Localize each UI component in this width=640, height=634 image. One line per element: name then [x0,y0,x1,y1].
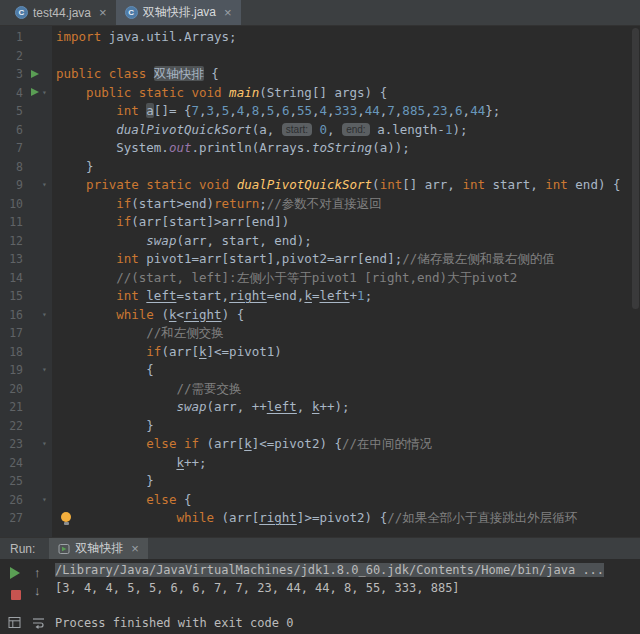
editor-gutter[interactable]: 1234▾56789▾10111213141516▾171819▾2021222… [0,26,52,537]
code-line[interactable]: //(start, left]:左侧小于等于pivot1 [right,end)… [56,269,640,288]
code-line[interactable]: if(arr[k]<=pivot1) [56,343,640,362]
editor-scrollbar[interactable] [631,26,640,537]
code-area[interactable]: import java.util.Arrays;public class 双轴快… [52,26,640,537]
code-token: 44 [365,103,380,118]
code-line[interactable]: System.out.println(Arrays.toString(a)); [56,139,640,158]
intention-bulb-icon[interactable] [61,512,71,522]
restore-layout-icon[interactable] [8,616,21,629]
gutter-row[interactable]: 7 [0,139,52,158]
gutter-row[interactable]: 12 [0,232,52,251]
code-line[interactable]: public static void main(String[] args) { [56,84,640,103]
gutter-row[interactable]: 8 [0,158,52,177]
code-line[interactable]: } [56,158,640,177]
fold-icon[interactable]: ▾ [42,84,47,103]
stop-button[interactable] [11,590,21,600]
code-token: ]<=pivot2) { [252,436,342,451]
code-line[interactable]: } [56,417,640,436]
line-number: 3 [0,65,23,84]
console-line: Process finished with exit code 0 [55,615,638,633]
code-line[interactable]: while (arr[right]>=pivot2) {//如果全部小于直接跳出… [56,509,640,528]
tab-close-icon[interactable]: × [224,6,232,19]
editor-tab[interactable]: Ctest44.java× [6,0,116,25]
code-line[interactable]: //和左侧交换 [56,324,640,343]
code-token [146,66,154,81]
gutter-row[interactable]: 14 [0,269,52,288]
code-token: 44 [470,103,485,118]
gutter-row[interactable]: 13 [0,250,52,269]
gutter-row[interactable]: 2 [0,47,52,66]
code-line[interactable]: } [56,472,640,491]
code-line[interactable]: while (k<right) { [56,306,640,325]
code-comment: //和左侧交换 [146,325,224,340]
code-line[interactable]: k++; [56,454,640,473]
gutter-row[interactable]: 27 [0,509,52,528]
scrollbar-thumb[interactable] [632,28,639,309]
gutter-row[interactable]: 4▾ [0,84,52,103]
code-token: (arr, start, end); [176,233,311,248]
line-number: 21 [0,398,23,417]
gutter-row[interactable]: 9▾ [0,176,52,195]
next-occurrence-icon[interactable]: ↓ [34,584,41,597]
run-gutter-icon[interactable] [31,70,39,78]
code-line[interactable]: swap(arr, ++left, k++); [56,398,640,417]
soft-wrap-icon[interactable] [32,616,45,629]
gutter-row[interactable]: 24 [0,454,52,473]
gutter-row[interactable]: 19▾ [0,361,52,380]
code-line[interactable]: else { [56,491,640,510]
fold-icon[interactable]: ▾ [42,176,47,195]
run-console-tab[interactable]: 双轴快排 × [49,538,148,559]
gutter-row[interactable]: 15 [0,287,52,306]
code-line[interactable]: dualPivotQuickSort(a, start: 0, end: a.l… [56,121,640,140]
gutter-row[interactable]: 23▾ [0,435,52,454]
code-line[interactable]: int a[]= {7,3,5,4,8,5,6,55,4,333,44,7,88… [56,102,640,121]
gutter-row[interactable]: 1 [0,28,52,47]
code-line[interactable]: //需要交换 [56,380,640,399]
run-tab-close-icon[interactable]: × [131,542,139,555]
console-output[interactable]: /Library/Java/JavaVirtualMachines/jdk1.8… [55,562,638,632]
gutter-row[interactable]: 3 [0,65,52,84]
gutter-row[interactable]: 20 [0,380,52,399]
gutter-row[interactable]: 26▾ [0,491,52,510]
code-line[interactable]: else if (arr[k]<=pivot2) {//在中间的情况 [56,435,640,454]
gutter-row[interactable]: 10 [0,195,52,214]
editor-tab[interactable]: C双轴快排.java× [116,0,241,25]
code-token: int [545,177,568,192]
rerun-button[interactable] [10,567,20,579]
code-line[interactable]: private static void dualPivotQuickSort(i… [56,176,640,195]
gutter-row[interactable]: 22 [0,417,52,436]
code-line[interactable]: import java.util.Arrays; [56,28,640,47]
code-line[interactable]: public class 双轴快排 { [56,65,640,84]
gutter-row[interactable]: 25 [0,472,52,491]
code-token: int [380,177,403,192]
code-token: 3 [207,103,215,118]
code-token: else [146,492,176,507]
gutter-row[interactable]: 21 [0,398,52,417]
fold-icon[interactable]: ▾ [42,435,47,454]
code-token: a [146,103,154,118]
gutter-row[interactable]: 17 [0,324,52,343]
gutter-row[interactable]: 6 [0,121,52,140]
console-icon [58,543,70,555]
tab-close-icon[interactable]: × [99,6,107,19]
code-line[interactable] [56,47,640,66]
fold-icon[interactable]: ▾ [42,361,47,380]
gutter-row[interactable]: 16▾ [0,306,52,325]
code-line[interactable]: int left=start,right=end,k=left+1; [56,287,640,306]
code-line[interactable]: if(start>end)return;//参数不对直接返回 [56,195,640,214]
ide-window: Ctest44.java×C双轴快排.java× 1234▾56789▾1011… [0,0,640,634]
code-line[interactable]: swap(arr, start, end); [56,232,640,251]
gutter-row[interactable]: 11 [0,213,52,232]
code-line[interactable]: int pivot1=arr[start],pivot2=arr[end];//… [56,250,640,269]
code-token: (arr, ++ [207,399,267,414]
gutter-row[interactable]: 5 [0,102,52,121]
code-line[interactable]: { [56,361,640,380]
console-text: [3, 4, 4, 5, 5, 6, 6, 7, 7, 23, 44, 44, … [55,581,460,595]
run-gutter-icon[interactable] [31,88,39,96]
gutter-row[interactable]: 18 [0,343,52,362]
fold-icon[interactable]: ▾ [42,306,47,325]
fold-icon[interactable]: ▾ [42,491,47,510]
code-token: pivot1=arr[start],pivot2=arr[end]; [139,251,402,266]
prev-occurrence-icon[interactable]: ↑ [34,566,41,579]
code-line[interactable]: if(arr[start]>arr[end]) [56,213,640,232]
editor[interactable]: 1234▾56789▾10111213141516▾171819▾2021222… [0,26,640,537]
